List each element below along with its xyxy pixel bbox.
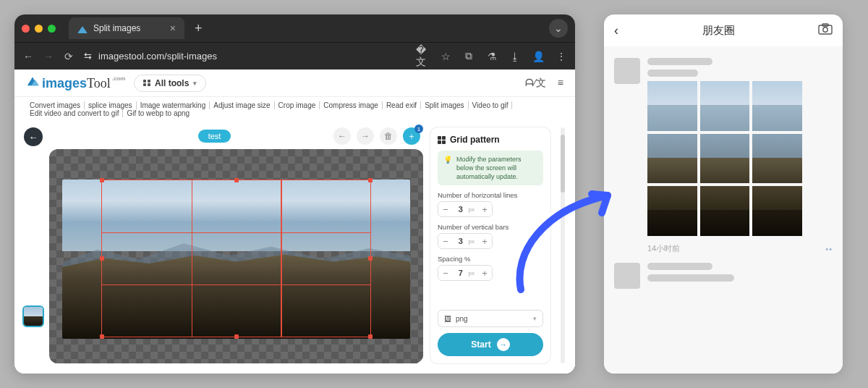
phone-preview: ‹ 朋友圈 — [604, 14, 843, 374]
logo-text-b: Tool — [87, 76, 111, 91]
grid-icon — [143, 80, 150, 87]
app-content: images Tool .com All tools ▾ ᗩ⁄文 ≡ Conve… — [14, 69, 575, 374]
phone-feed[interactable]: 14小时前 •• — [604, 46, 843, 374]
favicon — [77, 23, 88, 33]
chevron-down-icon: ▾ — [533, 315, 537, 322]
post-image-grid[interactable] — [647, 81, 802, 236]
decrement-button[interactable]: − — [438, 266, 453, 280]
nav-link[interactable]: Crop image — [275, 101, 320, 109]
post-username-placeholder — [647, 58, 712, 65]
site-settings-icon[interactable]: ⇆ — [82, 51, 93, 62]
arrow-right-icon: → — [497, 338, 510, 351]
menu-icon[interactable]: ⋮ — [555, 50, 568, 63]
all-tools-label: All tools — [155, 78, 189, 88]
nav-link[interactable]: Read exif — [383, 101, 421, 109]
format-select[interactable]: 🖼 png ▾ — [438, 310, 543, 327]
minimize-window-button[interactable] — [35, 25, 43, 33]
nav-link[interactable]: Split images — [421, 101, 468, 109]
avatar[interactable] — [614, 263, 640, 289]
secondary-nav: Convert imagessplice imagesImage waterma… — [14, 97, 575, 122]
tab-overflow-button[interactable]: ⌄ — [549, 19, 568, 38]
increment-button[interactable]: + — [477, 202, 492, 216]
extensions-icon[interactable]: ⧉ — [462, 50, 475, 63]
add-button[interactable]: ＋1 — [403, 127, 420, 145]
labs-icon[interactable]: ⚗ — [485, 50, 498, 63]
decrement-button[interactable]: − — [438, 202, 453, 216]
field-horizontal: Number of horizontal lines − 3 px + — [438, 191, 543, 217]
svg-rect-2 — [819, 25, 832, 34]
field-spacing: Spacing % − 7 px + — [438, 255, 543, 281]
add-badge: 1 — [414, 125, 423, 133]
nav-link[interactable]: Image watermarking — [137, 101, 210, 109]
logo-dot: .com — [112, 75, 126, 82]
feed-post — [604, 258, 843, 293]
hint-box: 💡 Modify the parameters below the screen… — [438, 151, 543, 185]
close-window-button[interactable] — [22, 25, 30, 33]
nav-link[interactable]: Adjust image size — [210, 101, 274, 109]
back-icon[interactable]: ‹ — [614, 23, 618, 38]
phone-title: 朋友圈 — [702, 24, 735, 38]
url-text: imagestool.com/split-images — [98, 51, 217, 62]
redo-button[interactable]: → — [357, 127, 374, 145]
close-tab-icon[interactable]: × — [170, 22, 176, 34]
nav-back-icon[interactable]: ← — [22, 50, 35, 63]
feed-post: 14小时前 •• — [604, 54, 843, 258]
editor-canvas[interactable] — [49, 149, 423, 363]
bookmark-icon[interactable]: ☆ — [439, 50, 452, 63]
post-time: 14小时前 •• — [647, 243, 833, 254]
panel-title: Grid pattern — [438, 135, 543, 145]
download-icon[interactable]: ⭳ — [509, 50, 522, 63]
phone-header: ‹ 朋友圈 — [604, 14, 843, 46]
language-icon[interactable]: ᗩ⁄文 — [525, 77, 545, 90]
increment-button[interactable]: + — [477, 266, 492, 280]
browser-tab[interactable]: Split images × — [69, 17, 184, 39]
stepper-horizontal[interactable]: − 3 px + — [438, 201, 493, 217]
lightbulb-icon: 💡 — [443, 155, 452, 181]
url-field[interactable]: ⇆ imagestool.com/split-images — [82, 51, 409, 62]
stepper-spacing[interactable]: − 7 px + — [438, 265, 493, 281]
back-button[interactable]: ← — [24, 127, 43, 146]
tab-title: Split images — [93, 23, 140, 33]
post-text-placeholder — [647, 274, 734, 282]
nav-link[interactable]: Edit video and convert to gif — [26, 109, 123, 117]
app-header: images Tool .com All tools ▾ ᗩ⁄文 ≡ — [14, 69, 575, 97]
all-tools-button[interactable]: All tools ▾ — [134, 75, 206, 92]
tab-strip: Split images × + ⌄ — [14, 14, 575, 42]
undo-button[interactable]: ← — [333, 127, 351, 145]
logo[interactable]: images Tool .com — [26, 75, 124, 91]
increment-button[interactable]: + — [477, 234, 492, 248]
image-icon: 🖼 — [444, 315, 451, 323]
svg-point-3 — [823, 28, 827, 32]
grid-pattern-icon — [438, 136, 446, 144]
maximize-window-button[interactable] — [48, 25, 56, 33]
profile-icon[interactable]: 👤 — [532, 50, 545, 63]
panel-scrollbar[interactable] — [561, 127, 565, 363]
decrement-button[interactable]: − — [438, 234, 453, 248]
nav-link[interactable]: splice images — [85, 101, 137, 109]
address-bar: ← → ⟳ ⇆ imagestool.com/split-images �文 ☆… — [14, 42, 575, 69]
nav-link[interactable]: Compress image — [320, 101, 383, 109]
image-thumbnail[interactable] — [22, 305, 44, 327]
nav-link[interactable]: Video to gif — [469, 101, 513, 109]
window-controls — [22, 25, 56, 33]
delete-button[interactable]: 🗑 — [380, 127, 397, 145]
avatar[interactable] — [614, 58, 640, 84]
nav-forward-icon[interactable]: → — [42, 50, 55, 63]
hamburger-icon[interactable]: ≡ — [558, 77, 563, 90]
translate-icon[interactable]: �文 — [416, 50, 429, 63]
filename-chip[interactable]: test — [198, 130, 231, 143]
nav-link[interactable]: Convert images — [26, 101, 85, 109]
reload-icon[interactable]: ⟳ — [62, 50, 75, 63]
split-grid-overlay[interactable] — [101, 180, 371, 337]
logo-icon — [26, 75, 39, 88]
post-text-placeholder — [647, 69, 698, 77]
new-tab-button[interactable]: + — [190, 21, 207, 36]
camera-icon[interactable] — [818, 23, 833, 38]
post-actions-icon[interactable]: •• — [825, 245, 833, 253]
logo-text-a: images — [42, 76, 87, 91]
nav-link[interactable]: Gif to webp to apng — [123, 109, 193, 117]
start-button[interactable]: Start → — [438, 333, 543, 356]
stepper-vertical[interactable]: − 3 px + — [438, 233, 493, 249]
chevron-down-icon: ▾ — [193, 80, 197, 87]
field-vertical: Number of vertical bars − 3 px + — [438, 223, 543, 249]
